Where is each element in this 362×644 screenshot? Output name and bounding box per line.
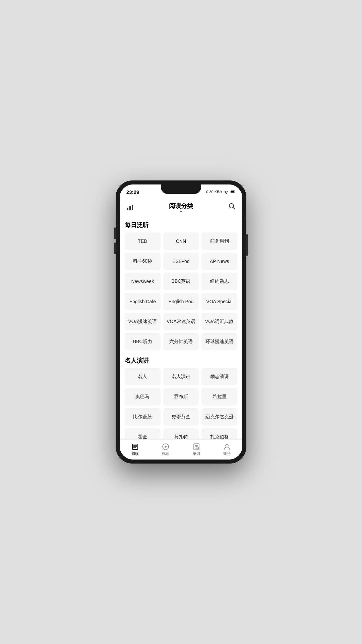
account-icon: [223, 443, 231, 450]
section-title-0: 每日泛听: [125, 216, 237, 232]
chart-icon[interactable]: [126, 204, 134, 211]
nav-item-account[interactable]: 账号: [212, 443, 243, 456]
grid-item-0-13[interactable]: VOA常速英语: [163, 313, 199, 330]
nav-item-dict[interactable]: D 单词: [181, 443, 212, 456]
dict-icon: D: [193, 443, 200, 450]
nav-item-video[interactable]: 视频: [150, 443, 181, 456]
reading-icon: [131, 443, 139, 450]
grid-item-0-11[interactable]: VOA Special: [201, 293, 237, 310]
wifi-icon: [224, 189, 229, 195]
svg-rect-3: [127, 208, 128, 210]
grid-item-0-0[interactable]: TED: [125, 232, 161, 250]
grid-item-0-1[interactable]: CNN: [163, 232, 199, 250]
header: 阅读分类: [120, 199, 242, 216]
grid-item-1-6[interactable]: 比尔盖茨: [125, 408, 161, 426]
grid-item-0-5[interactable]: AP News: [201, 253, 237, 270]
status-icons: 0.30 KB/s: [206, 189, 236, 195]
svg-rect-8: [132, 444, 138, 449]
section-grid-0: TEDCNN商务周刊科学60秒ESLPodAP NewsNewsweekBBC英…: [125, 232, 237, 351]
grid-item-0-12[interactable]: VOA慢速英语: [125, 313, 161, 330]
grid-item-0-2[interactable]: 商务周刊: [201, 232, 237, 250]
grid-item-0-17[interactable]: 环球慢速英语: [201, 333, 237, 351]
page-title: 阅读分类: [169, 202, 193, 212]
search-icon[interactable]: [228, 203, 236, 212]
svg-rect-4: [129, 206, 131, 210]
svg-marker-13: [165, 446, 168, 448]
svg-line-7: [233, 207, 235, 209]
battery-icon: [230, 189, 236, 195]
grid-item-1-8[interactable]: 迈克尔杰克逊: [201, 408, 237, 426]
grid-item-0-9[interactable]: English Cafe: [125, 293, 161, 310]
grid-item-0-8[interactable]: 纽约杂志: [201, 273, 237, 290]
grid-item-0-10[interactable]: English Pod: [163, 293, 199, 310]
grid-item-0-16[interactable]: 六分钟英语: [163, 333, 199, 351]
video-icon: [162, 443, 169, 450]
nav-label-account: 账号: [223, 451, 231, 456]
nav-label-reading: 阅读: [131, 451, 139, 456]
svg-rect-2: [231, 191, 234, 193]
svg-point-6: [229, 204, 234, 208]
grid-item-0-7[interactable]: BBC英语: [163, 273, 199, 290]
grid-item-1-0[interactable]: 名人: [125, 368, 161, 385]
grid-item-1-9[interactable]: 霍金: [125, 428, 161, 439]
svg-point-17: [226, 444, 228, 447]
svg-rect-5: [132, 205, 133, 210]
grid-item-0-14[interactable]: VOA词汇典故: [201, 313, 237, 330]
grid-item-1-11[interactable]: 扎克伯格: [201, 428, 237, 439]
grid-item-1-3[interactable]: 奥巴马: [125, 388, 161, 406]
network-speed: 0.30 KB/s: [206, 190, 222, 194]
section-grid-1: 名人名人演讲励志演讲奥巴马乔布斯希拉里比尔盖茨史蒂芬金迈克尔杰克逊霍金莫扎特扎克…: [125, 368, 237, 439]
nav-label-dict: 单词: [193, 451, 200, 456]
scroll-content: 每日泛听TEDCNN商务周刊科学60秒ESLPodAP NewsNewsweek…: [120, 216, 242, 439]
grid-item-1-5[interactable]: 希拉里: [201, 388, 237, 406]
svg-point-0: [226, 193, 227, 194]
svg-text:D: D: [197, 447, 198, 449]
grid-item-0-3[interactable]: 科学60秒: [125, 253, 161, 270]
grid-item-0-6[interactable]: Newsweek: [125, 273, 161, 290]
grid-item-1-2[interactable]: 励志演讲: [201, 368, 237, 385]
section-title-1: 名人演讲: [125, 352, 237, 368]
nav-item-reading[interactable]: 阅读: [120, 443, 150, 456]
grid-item-0-15[interactable]: BBC听力: [125, 333, 161, 351]
grid-item-1-7[interactable]: 史蒂芬金: [163, 408, 199, 426]
grid-item-1-4[interactable]: 乔布斯: [163, 388, 199, 406]
grid-item-1-10[interactable]: 莫扎特: [163, 428, 199, 439]
grid-item-0-4[interactable]: ESLPod: [163, 253, 199, 270]
grid-item-1-1[interactable]: 名人演讲: [163, 368, 199, 385]
status-time: 23:29: [126, 189, 139, 195]
nav-label-video: 视频: [162, 451, 169, 456]
bottom-nav: 阅读 视频 D 单词: [120, 439, 242, 460]
